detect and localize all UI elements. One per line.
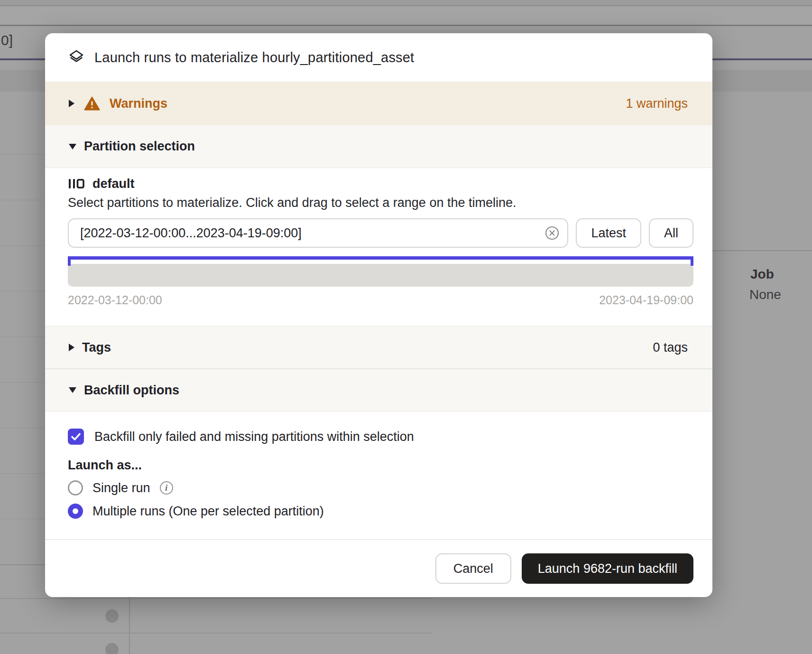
backfill-options-body: Backfill only failed and missing partiti… bbox=[45, 411, 712, 520]
background-row-line bbox=[0, 200, 45, 200]
background-row-line bbox=[0, 154, 45, 155]
chevron-down-icon bbox=[69, 387, 76, 393]
partition-range-input[interactable] bbox=[68, 218, 568, 248]
tags-header: Tags bbox=[82, 340, 111, 355]
partition-selection-range-bar bbox=[68, 256, 693, 260]
timeline-start-date: 2022-03-12-00:00 bbox=[68, 293, 162, 307]
backfill-checkbox[interactable] bbox=[68, 429, 84, 445]
background-row-line bbox=[0, 291, 45, 291]
chevron-right-icon bbox=[69, 100, 74, 107]
dialog-header: Launch runs to materialize hourly_partit… bbox=[45, 33, 712, 82]
background-row-line bbox=[0, 382, 45, 383]
launch-as-label: Launch as... bbox=[68, 458, 690, 473]
background-top-strip bbox=[0, 0, 812, 6]
launch-backfill-button[interactable]: Launch 9682-run backfill bbox=[522, 553, 693, 584]
partition-selection-body: default Select partitions to materialize… bbox=[45, 168, 712, 326]
background-row-line bbox=[0, 428, 45, 428]
background-partial-input-text: 0] bbox=[1, 32, 13, 48]
multiple-runs-label: Multiple runs (One per selected partitio… bbox=[92, 504, 324, 519]
clear-selection-icon[interactable] bbox=[544, 225, 560, 241]
asset-layers-icon bbox=[68, 49, 85, 66]
single-run-label: Single run bbox=[92, 481, 150, 495]
single-run-radio[interactable] bbox=[68, 480, 83, 495]
background-row-line bbox=[0, 598, 433, 599]
all-button[interactable]: All bbox=[649, 218, 693, 248]
background-status-dot bbox=[105, 609, 119, 623]
partition-timeline[interactable] bbox=[68, 264, 693, 287]
backfill-checkbox-label: Backfill only failed and missing partiti… bbox=[94, 430, 414, 444]
tags-section-toggle[interactable]: Tags 0 tags bbox=[45, 326, 712, 369]
background-toolbar-strip bbox=[0, 7, 812, 26]
backfill-options-toggle[interactable]: Backfill options bbox=[45, 369, 712, 411]
background-row-line bbox=[0, 245, 45, 246]
warnings-count-badge: 1 warnings bbox=[626, 96, 688, 111]
background-row-line bbox=[0, 564, 49, 565]
latest-button[interactable]: Latest bbox=[576, 218, 641, 248]
backfill-options-header: Backfill options bbox=[84, 383, 179, 398]
background-row-line bbox=[0, 473, 45, 474]
partition-selection-description: Select partitions to materialize. Click … bbox=[68, 195, 693, 211]
tags-count-badge: 0 tags bbox=[653, 340, 688, 355]
partition-dimension-name: default bbox=[92, 177, 135, 191]
cancel-button[interactable]: Cancel bbox=[435, 553, 511, 584]
dialog-footer: Cancel Launch 9682-run backfill bbox=[45, 539, 712, 597]
background-status-dot bbox=[105, 643, 119, 654]
launch-backfill-dialog: Launch runs to materialize hourly_partit… bbox=[45, 33, 712, 597]
background-job-column-divider bbox=[712, 250, 812, 251]
background-job-value: None bbox=[749, 287, 781, 302]
warnings-section-toggle[interactable]: Warnings 1 warnings bbox=[45, 82, 712, 125]
warning-icon bbox=[84, 96, 100, 111]
partition-selection-toggle[interactable]: Partition selection bbox=[45, 125, 712, 168]
info-icon[interactable]: i bbox=[160, 481, 173, 495]
chevron-right-icon bbox=[69, 344, 74, 351]
chevron-down-icon bbox=[69, 144, 76, 149]
dialog-title: Launch runs to materialize hourly_partit… bbox=[94, 50, 414, 65]
timeline-end-date: 2023-04-19-09:00 bbox=[599, 293, 693, 307]
background-row-line bbox=[0, 633, 433, 634]
multiple-runs-radio[interactable] bbox=[68, 504, 83, 519]
partition-selection-header: Partition selection bbox=[84, 139, 195, 154]
background-row-line bbox=[0, 336, 45, 337]
background-job-header: Job bbox=[750, 267, 774, 282]
background-column-divider bbox=[129, 593, 130, 654]
partition-set-icon bbox=[68, 177, 85, 190]
warnings-label: Warnings bbox=[110, 96, 167, 111]
background-row-line bbox=[0, 519, 45, 519]
